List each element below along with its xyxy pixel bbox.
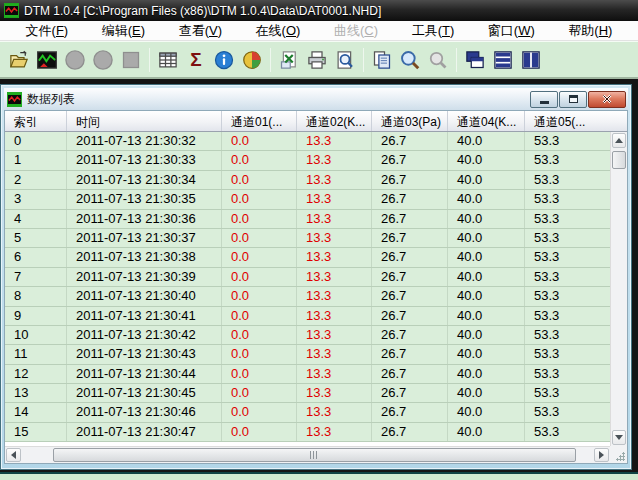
menu-window[interactable]: 窗口W	[480, 21, 543, 41]
cell-time: 2011-07-13 21:30:38	[67, 248, 222, 266]
cell-ch02: 13.3	[297, 132, 372, 150]
zoom-in-button[interactable]	[397, 47, 423, 73]
record-stop-button	[118, 47, 144, 73]
print-preview-button[interactable]	[332, 47, 358, 73]
resize-grip-icon[interactable]	[616, 452, 625, 461]
cell-ch01: 0.0	[222, 384, 297, 402]
print-preview-icon	[335, 50, 355, 70]
table-row[interactable]: 2 2011-07-13 21:30:34 0.0 13.3 26.7 40.0…	[5, 171, 610, 190]
info-button[interactable]	[211, 47, 237, 73]
cell-time: 2011-07-13 21:30:33	[67, 151, 222, 169]
cell-ch05: 53.3	[525, 423, 610, 441]
column-header-time[interactable]: 时间	[67, 111, 222, 131]
column-header-ch03[interactable]: 通道03(Pa)	[372, 111, 448, 131]
cell-ch04: 40.0	[448, 171, 525, 189]
cell-ch02: 13.3	[297, 151, 372, 169]
table-row[interactable]: 4 2011-07-13 21:30:36 0.0 13.3 26.7 40.0…	[5, 210, 610, 229]
cell-index: 5	[5, 229, 67, 247]
table-row[interactable]: 12 2011-07-13 21:30:44 0.0 13.3 26.7 40.…	[5, 365, 610, 384]
table-row[interactable]: 7 2011-07-13 21:30:39 0.0 13.3 26.7 40.0…	[5, 268, 610, 287]
column-header-ch05[interactable]: 通道05(...	[525, 111, 627, 131]
copy-button[interactable]	[369, 47, 395, 73]
table-row[interactable]: 5 2011-07-13 21:30:37 0.0 13.3 26.7 40.0…	[5, 229, 610, 248]
cell-ch03: 26.7	[372, 326, 448, 344]
toolbar-separator	[149, 48, 150, 72]
record-start-icon	[64, 49, 86, 71]
tile-horizontal-icon	[493, 50, 513, 70]
curve-view-button[interactable]	[34, 47, 60, 73]
tile-horizontal-button[interactable]	[490, 47, 516, 73]
cell-ch02: 13.3	[297, 384, 372, 402]
column-header-ch04[interactable]: 通道04(K...	[448, 111, 525, 131]
open-file-button[interactable]	[6, 47, 32, 73]
export-excel-button[interactable]	[276, 47, 302, 73]
record-pause-button	[90, 47, 116, 73]
table-row[interactable]: 8 2011-07-13 21:30:40 0.0 13.3 26.7 40.0…	[5, 287, 610, 306]
pie-chart-button[interactable]	[239, 47, 265, 73]
table-row[interactable]: 10 2011-07-13 21:30:42 0.0 13.3 26.7 40.…	[5, 326, 610, 345]
cell-ch05: 53.3	[525, 345, 610, 363]
cell-ch01: 0.0	[222, 248, 297, 266]
table-row[interactable]: 9 2011-07-13 21:30:41 0.0 13.3 26.7 40.0…	[5, 307, 610, 326]
arrow-up-icon	[615, 138, 623, 143]
cell-time: 2011-07-13 21:30:39	[67, 268, 222, 286]
info-icon	[214, 50, 234, 70]
vertical-scrollbar[interactable]	[610, 132, 627, 446]
menu-tools[interactable]: 工具T	[404, 21, 463, 41]
cell-ch02: 13.3	[297, 229, 372, 247]
table-row[interactable]: 15 2011-07-13 21:30:47 0.0 13.3 26.7 40.…	[5, 423, 610, 442]
cell-ch03: 26.7	[372, 229, 448, 247]
cell-ch01: 0.0	[222, 423, 297, 441]
cascade-windows-icon	[465, 50, 485, 70]
table-row[interactable]: 13 2011-07-13 21:30:45 0.0 13.3 26.7 40.…	[5, 384, 610, 403]
statistics-button[interactable]: Σ	[183, 47, 209, 73]
minimize-button[interactable]	[530, 91, 558, 108]
print-button[interactable]	[304, 47, 330, 73]
arrow-left-icon	[11, 451, 16, 459]
scroll-right-button[interactable]	[594, 448, 609, 462]
cell-ch03: 26.7	[372, 132, 448, 150]
record-stop-icon	[121, 50, 141, 70]
data-list-button[interactable]	[155, 47, 181, 73]
cell-index: 6	[5, 248, 67, 266]
cell-index: 8	[5, 287, 67, 305]
menu-help[interactable]: 帮助H	[560, 21, 620, 41]
table-row[interactable]: 1 2011-07-13 21:30:33 0.0 13.3 26.7 40.0…	[5, 151, 610, 170]
scroll-down-button[interactable]	[612, 430, 626, 445]
cell-time: 2011-07-13 21:30:40	[67, 287, 222, 305]
menu-edit[interactable]: 编辑E	[94, 21, 153, 41]
cell-index: 2	[5, 171, 67, 189]
cell-ch04: 40.0	[448, 345, 525, 363]
column-header-ch02[interactable]: 通道02(K...	[297, 111, 372, 131]
cell-time: 2011-07-13 21:30:46	[67, 403, 222, 421]
cell-index: 12	[5, 365, 67, 383]
column-header-ch01[interactable]: 通道01(...	[222, 111, 297, 131]
horizontal-scrollbar[interactable]	[5, 446, 610, 463]
table-body: 0 2011-07-13 21:30:32 0.0 13.3 26.7 40.0…	[5, 132, 610, 446]
cell-ch02: 13.3	[297, 365, 372, 383]
menu-online[interactable]: 在线O	[248, 21, 309, 41]
cell-time: 2011-07-13 21:30:32	[67, 132, 222, 150]
cell-ch05: 53.3	[525, 171, 610, 189]
table-row[interactable]: 0 2011-07-13 21:30:32 0.0 13.3 26.7 40.0…	[5, 132, 610, 151]
cell-ch02: 13.3	[297, 345, 372, 363]
cell-ch01: 0.0	[222, 268, 297, 286]
close-button[interactable]	[588, 91, 626, 108]
table-row[interactable]: 6 2011-07-13 21:30:38 0.0 13.3 26.7 40.0…	[5, 248, 610, 267]
tile-vertical-button[interactable]	[518, 47, 544, 73]
menu-file[interactable]: 文件F	[18, 21, 77, 41]
column-header-index[interactable]: 索引	[5, 111, 67, 131]
menu-view[interactable]: 查看V	[171, 21, 230, 41]
cell-ch05: 53.3	[525, 403, 610, 421]
scroll-up-button[interactable]	[612, 133, 626, 148]
table-row[interactable]: 3 2011-07-13 21:30:35 0.0 13.3 26.7 40.0…	[5, 190, 610, 209]
cell-ch03: 26.7	[372, 151, 448, 169]
scroll-left-button[interactable]	[6, 448, 21, 462]
table-row[interactable]: 14 2011-07-13 21:30:46 0.0 13.3 26.7 40.…	[5, 403, 610, 422]
table-row[interactable]: 11 2011-07-13 21:30:43 0.0 13.3 26.7 40.…	[5, 345, 610, 364]
vertical-scroll-thumb[interactable]	[612, 151, 626, 169]
cell-ch04: 40.0	[448, 403, 525, 421]
cascade-windows-button[interactable]	[462, 47, 488, 73]
horizontal-scroll-thumb[interactable]	[53, 448, 576, 462]
restore-button[interactable]	[559, 91, 587, 108]
